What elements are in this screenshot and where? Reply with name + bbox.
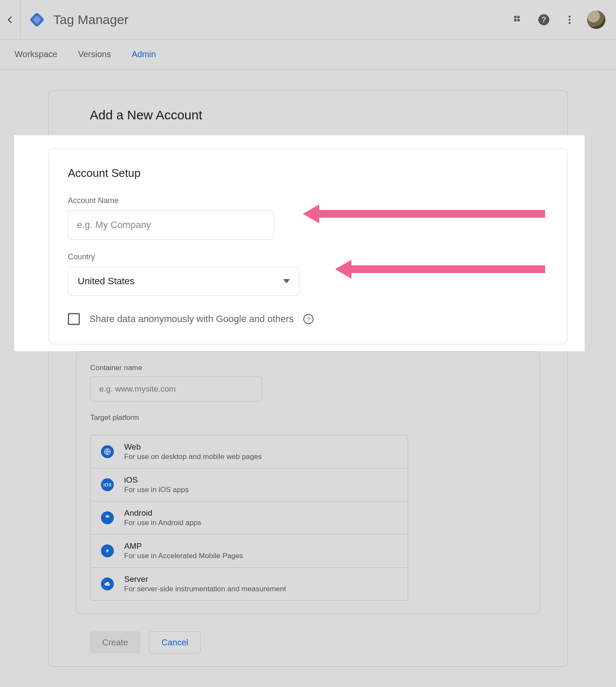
container-setup-panel: Container name Target platform Web For u… — [76, 351, 540, 614]
page-title: Add a New Account — [49, 91, 567, 135]
container-name-label: Container name — [90, 364, 526, 372]
svg-point-12 — [106, 516, 107, 517]
country-label: Country — [68, 252, 548, 261]
platform-server[interactable]: Server For server-side instrumentation a… — [91, 568, 408, 600]
share-help-icon[interactable]: ? — [303, 314, 314, 324]
platform-list: Web For use on desktop and mobile web pa… — [90, 435, 408, 601]
account-setup-panel: Account Setup Account Name Country Unite… — [49, 148, 567, 344]
ios-icon: iOS — [101, 478, 114, 491]
platform-ios[interactable]: iOS iOS For use in iOS apps — [91, 468, 408, 502]
main-area: Add a New Account Account Setup Account … — [0, 70, 616, 687]
platform-amp[interactable]: AMP For use in Accelerated Mobile Pages — [91, 535, 408, 568]
apps-grid-icon[interactable] — [509, 11, 527, 28]
svg-rect-2 — [514, 15, 517, 18]
platform-title: Android — [124, 508, 201, 518]
tab-workspace[interactable]: Workspace — [15, 49, 58, 59]
svg-point-13 — [108, 516, 108, 517]
platform-web[interactable]: Web For use on desktop and mobile web pa… — [91, 435, 408, 468]
container-name-input[interactable] — [90, 377, 262, 401]
svg-rect-4 — [514, 19, 517, 21]
android-icon — [101, 511, 114, 524]
platform-sub: For use on desktop and mobile web pages — [124, 453, 262, 461]
platform-title: iOS — [124, 475, 189, 485]
cloud-icon — [101, 578, 114, 590]
page-card: Add a New Account Account Setup Account … — [48, 90, 568, 667]
globe-icon — [101, 445, 114, 458]
platform-title: Server — [124, 575, 286, 584]
platform-android[interactable]: Android For use in Android apps — [91, 502, 408, 535]
tag-manager-logo — [26, 9, 48, 30]
account-name-label: Account Name — [68, 196, 548, 205]
account-setup-title: Account Setup — [68, 167, 548, 180]
platform-sub: For server-side instrumentation and meas… — [124, 585, 286, 593]
target-platform-label: Target platform — [90, 413, 526, 422]
tab-admin[interactable]: Admin — [131, 49, 156, 59]
nav-tabs: Workspace Versions Admin — [0, 40, 616, 70]
platform-sub: For use in iOS apps — [124, 486, 189, 494]
country-select[interactable]: United States — [68, 267, 300, 296]
svg-point-10 — [569, 22, 571, 24]
svg-rect-3 — [517, 15, 520, 18]
create-button[interactable]: Create — [90, 631, 140, 654]
share-anon-checkbox[interactable] — [68, 313, 80, 325]
caret-down-icon — [283, 279, 290, 283]
svg-text:?: ? — [542, 15, 546, 24]
platform-title: AMP — [124, 541, 243, 551]
platform-sub: For use in Android apps — [124, 519, 201, 527]
help-icon[interactable]: ? — [535, 11, 552, 28]
tab-versions[interactable]: Versions — [78, 49, 111, 59]
bolt-icon — [101, 544, 114, 557]
annotation-arrow-2 — [350, 265, 545, 273]
share-anon-label: Share data anonymously with Google and o… — [89, 313, 294, 325]
footer-buttons: Create Cancel — [49, 614, 567, 654]
app-header: Tag Manager ? — [0, 0, 616, 40]
annotation-arrow-1 — [317, 210, 545, 218]
avatar[interactable] — [587, 10, 606, 29]
country-value: United States — [78, 276, 134, 287]
more-vert-icon[interactable] — [561, 11, 578, 28]
svg-point-9 — [569, 18, 571, 21]
account-name-input[interactable] — [68, 210, 274, 240]
cancel-button[interactable]: Cancel — [149, 631, 201, 654]
svg-point-8 — [569, 15, 571, 18]
platform-sub: For use in Accelerated Mobile Pages — [124, 552, 243, 560]
app-title: Tag Manager — [53, 12, 128, 27]
back-button[interactable] — [0, 0, 21, 40]
platform-title: Web — [124, 442, 262, 452]
svg-rect-5 — [517, 19, 520, 21]
arrow-left-icon — [6, 15, 15, 24]
account-setup-highlight: Account Setup Account Name Country Unite… — [14, 135, 585, 351]
